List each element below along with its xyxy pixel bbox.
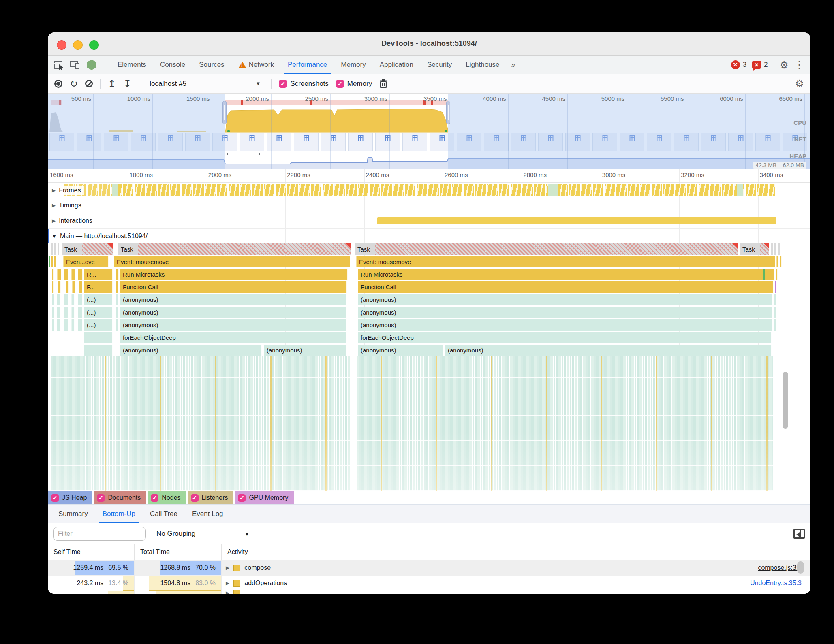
screenshot-thumbnail[interactable] xyxy=(294,133,319,151)
flame-segment[interactable]: Task xyxy=(118,243,351,255)
screenshot-thumbnail[interactable] xyxy=(267,133,291,151)
flame-sliver[interactable] xyxy=(774,243,776,255)
flame-sliver[interactable] xyxy=(58,243,59,255)
legend-gpu-memory[interactable]: ✓GPU Memory xyxy=(235,491,294,504)
filter-input[interactable] xyxy=(53,527,146,541)
flame-sliver[interactable] xyxy=(780,256,782,267)
legend-documents[interactable]: ✓Documents xyxy=(94,491,146,504)
flame-chart-zone[interactable]: 1600 ms1800 ms2000 ms2200 ms2400 ms2600 … xyxy=(48,169,810,491)
flame-sliver[interactable] xyxy=(49,256,50,267)
flame-sliver[interactable] xyxy=(57,294,60,305)
flame-sliver[interactable] xyxy=(116,319,118,331)
tab-lighthouse[interactable]: Lighthouse xyxy=(459,56,506,74)
flame-sliver[interactable] xyxy=(778,243,780,255)
flame-sliver[interactable] xyxy=(58,281,61,293)
flame-sliver[interactable] xyxy=(72,281,75,293)
flame-sliver[interactable] xyxy=(51,256,53,267)
frames-track-label[interactable]: ▶Frames xyxy=(50,186,84,195)
legend-listeners[interactable]: ✓Listeners xyxy=(188,491,234,504)
source-link[interactable]: UndoEntry.ts:35:3 xyxy=(750,580,802,587)
flame-sliver[interactable] xyxy=(52,319,54,331)
flame-sliver[interactable] xyxy=(57,269,61,280)
flame-sliver[interactable] xyxy=(116,294,118,305)
inspect-element-icon[interactable] xyxy=(54,61,62,69)
flame-segment[interactable]: Task xyxy=(62,243,113,255)
column-header-self-time[interactable]: Self Time xyxy=(48,544,134,560)
flame-segment[interactable]: Event: mousemove xyxy=(114,256,350,267)
flame-segment[interactable]: (anonymous) xyxy=(120,307,346,318)
selection-handle-right[interactable] xyxy=(446,101,450,124)
legend-nodes[interactable]: ✓Nodes xyxy=(148,491,186,504)
flame-sliver[interactable] xyxy=(84,332,113,343)
flame-sliver[interactable] xyxy=(71,319,75,331)
interaction-bar[interactable] xyxy=(377,217,776,224)
flame-segment[interactable]: Event: mousemove xyxy=(356,256,775,267)
flame-segment[interactable]: (anonymous) xyxy=(358,345,443,356)
flame-segment[interactable]: Run Microtasks xyxy=(358,269,774,280)
flame-segment[interactable]: (anonymous) xyxy=(264,345,346,356)
flame-sliver[interactable] xyxy=(79,281,82,293)
screenshot-thumbnail[interactable] xyxy=(402,133,427,151)
column-header-total-time[interactable]: Total Time xyxy=(134,544,221,560)
node-icon[interactable] xyxy=(87,60,96,70)
tab-security[interactable]: Security xyxy=(420,56,459,74)
flame-segment[interactable]: (...) xyxy=(84,294,113,305)
error-badge[interactable]: ✕ 3 xyxy=(731,60,746,69)
tab-event-log[interactable]: Event Log xyxy=(185,505,231,523)
frames-bars[interactable] xyxy=(64,184,775,196)
main-thread-track-header[interactable]: ▼Main — http://localhost:51094/ xyxy=(48,229,810,243)
legend-js-heap[interactable]: ✓JS Heap xyxy=(48,491,92,504)
screenshot-thumbnail[interactable] xyxy=(321,133,346,151)
expand-icon[interactable]: ▶ xyxy=(226,580,229,586)
show-sidebar-icon[interactable] xyxy=(793,529,805,539)
flame-segment[interactable]: (anonymous) xyxy=(445,345,772,356)
flame-sliver[interactable] xyxy=(64,307,68,318)
flame-segment[interactable]: (...) xyxy=(84,307,113,318)
flame-sliver[interactable] xyxy=(776,256,778,267)
flame-segment[interactable]: Function Call xyxy=(120,281,347,293)
record-button[interactable] xyxy=(54,80,62,88)
column-header-activity[interactable]: Activity xyxy=(221,544,810,560)
flame-segment[interactable]: (...) xyxy=(84,319,113,331)
load-profile-button[interactable]: ↥ xyxy=(108,79,116,89)
flame-sliver[interactable] xyxy=(57,319,60,331)
flame-sliver[interactable] xyxy=(54,243,56,255)
tab-network[interactable]: Network xyxy=(231,56,281,74)
flame-segment[interactable]: (anonymous) xyxy=(358,307,772,318)
interactions-track-label[interactable]: ▶Interactions xyxy=(50,216,96,225)
screenshot-thumbnail[interactable] xyxy=(240,133,264,151)
flame-sliver[interactable] xyxy=(84,345,113,356)
flame-segment[interactable]: R... xyxy=(84,269,113,280)
reload-and-record-button[interactable]: ↻ xyxy=(70,79,78,89)
device-toolbar-icon[interactable] xyxy=(70,61,79,69)
flame-segment[interactable]: Function Call xyxy=(358,281,773,293)
memory-checkbox[interactable]: ✓ Memory xyxy=(336,80,372,88)
profile-select[interactable]: localhost #5 ▼ xyxy=(146,78,264,90)
flame-sliver[interactable] xyxy=(71,294,75,305)
flame-sliver[interactable] xyxy=(52,281,54,293)
flame-sliver[interactable] xyxy=(54,256,56,267)
tab-application[interactable]: Application xyxy=(373,56,420,74)
flame-sliver[interactable] xyxy=(774,319,776,331)
flame-segment[interactable]: Task xyxy=(355,243,738,255)
flame-sliver[interactable] xyxy=(51,243,53,255)
source-link[interactable]: compose.js:3:1 xyxy=(758,564,802,571)
tab-summary[interactable]: Summary xyxy=(51,505,95,523)
kebab-menu-icon[interactable]: ⋮ xyxy=(794,60,804,70)
flame-sliver[interactable] xyxy=(57,307,60,318)
flame-sliver[interactable] xyxy=(71,307,75,318)
flame-segment[interactable]: (anonymous) xyxy=(120,319,346,331)
flame-segment[interactable]: Task xyxy=(740,243,769,255)
flame-sliver[interactable] xyxy=(64,294,68,305)
timings-track[interactable]: ▶Timings xyxy=(48,198,810,213)
tab-elements[interactable]: Elements xyxy=(111,56,153,74)
flame-sliver[interactable] xyxy=(64,269,68,280)
flame-sliver[interactable] xyxy=(116,281,118,293)
main-track-label[interactable]: ▼Main — http://localhost:51094/ xyxy=(50,232,151,241)
flame-segment[interactable]: (anonymous) xyxy=(120,294,346,305)
flame-segment[interactable]: (anonymous) xyxy=(120,345,262,356)
save-profile-button[interactable]: ↧ xyxy=(123,79,131,89)
trash-icon[interactable] xyxy=(379,79,387,88)
flame-segment[interactable]: Run Microtasks xyxy=(120,269,348,280)
tab-performance[interactable]: Performance xyxy=(281,56,334,74)
